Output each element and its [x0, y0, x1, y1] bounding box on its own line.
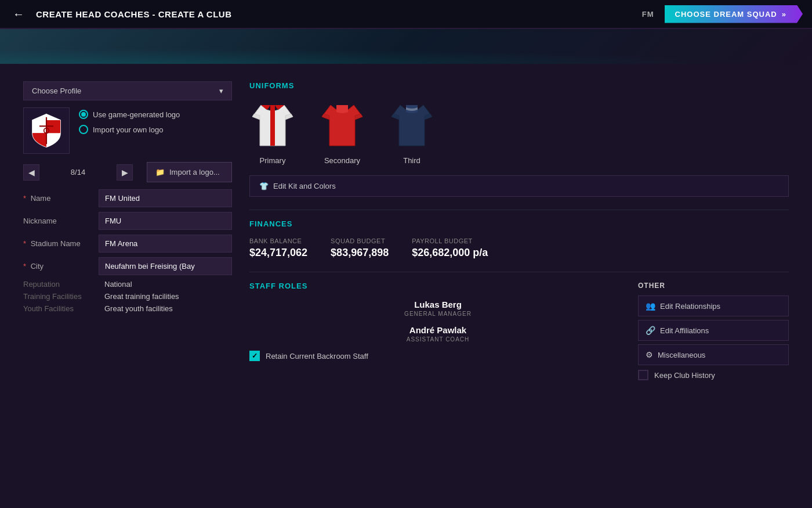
topbar: ← CREATE HEAD COACHES - CREATE A CLUB FM…: [0, 0, 812, 29]
reputation-value: National: [104, 280, 132, 289]
edit-affiliations-label: Edit Affiliations: [660, 326, 709, 335]
miscellaneous-label: Miscellaneous: [658, 351, 705, 359]
city-label: * City: [23, 262, 99, 271]
secondary-jersey-svg: [319, 99, 365, 152]
staff-role-1: GENERAL MANAGER: [249, 311, 626, 317]
game-logo-radio-label: Use game-generated logo: [93, 110, 180, 119]
logo-options: Use game-generated logo Import your own …: [79, 107, 180, 134]
divider-1: [249, 210, 789, 210]
staff-role-2: ASSISTANT COACH: [249, 336, 626, 343]
squad-budget-label: SQUAD BUDGET: [331, 237, 389, 244]
use-game-logo-radio[interactable]: Use game-generated logo: [79, 110, 180, 119]
left-panel: Choose Profile ▾: [23, 81, 232, 491]
bank-balance-value: $24,717,062: [249, 247, 307, 259]
club-logo-svg: [29, 113, 64, 148]
logo-area: Use game-generated logo Import your own …: [23, 107, 232, 154]
staff-roles-title: STAFF ROLES: [249, 282, 626, 290]
finances-title: FINANCES: [249, 219, 789, 228]
choose-profile-label: Choose Profile: [32, 87, 81, 95]
youth-value: Great youth facilities: [104, 304, 173, 313]
miscellaneous-button[interactable]: ⚙ Miscellaneous: [638, 344, 789, 365]
uniform-primary: Primary: [249, 99, 296, 165]
name-label: * Name: [23, 194, 99, 203]
bottom-row: STAFF ROLES Lukas Berg GENERAL MANAGER A…: [249, 282, 789, 380]
choose-profile-dropdown[interactable]: Choose Profile ▾: [23, 81, 232, 100]
main-content: Choose Profile ▾: [0, 64, 812, 508]
staff-section: STAFF ROLES Lukas Berg GENERAL MANAGER A…: [249, 282, 626, 380]
banner: [0, 29, 812, 64]
dream-squad-arrow: »: [782, 10, 786, 19]
choose-dream-squad-button[interactable]: CHOOSE DREAM SQUAD »: [665, 5, 803, 23]
youth-label: Youth Facilities: [23, 304, 104, 313]
third-jersey-svg: [389, 99, 435, 152]
staff-name-1: Lukas Berg: [249, 300, 626, 309]
fm-label: FM: [642, 10, 654, 19]
page-title: CREATE HEAD COACHES - CREATE A CLUB: [36, 9, 642, 19]
finances-grid: BANK BALANCE $24,717,062 SQUAD BUDGET $8…: [249, 237, 789, 259]
edit-relationships-button[interactable]: 👥 Edit Relationships: [638, 296, 789, 316]
retain-row: Retain Current Backroom Staff: [249, 351, 626, 361]
edit-relationships-label: Edit Relationships: [660, 302, 720, 311]
city-input[interactable]: [99, 257, 232, 275]
primary-label: Primary: [260, 156, 286, 165]
training-row: Training Facilities Great training facil…: [23, 292, 232, 301]
affiliations-icon: 🔗: [646, 326, 655, 335]
squad-budget-item: SQUAD BUDGET $83,967,898: [331, 237, 389, 259]
stadium-input[interactable]: [99, 235, 232, 253]
name-input[interactable]: [99, 189, 232, 207]
reputation-label: Reputation: [23, 280, 104, 289]
edit-kit-label: Edit Kit and Colors: [273, 182, 336, 190]
uniforms-row: Primary Secondary: [249, 99, 789, 165]
training-label: Training Facilities: [23, 292, 104, 301]
own-logo-radio-label: Import your own logo: [93, 125, 163, 134]
club-logo-box: [23, 107, 70, 154]
divider-2: [249, 272, 789, 272]
logo-nav-row: ◀ 8/14 ▶ 📁 Import a logo...: [23, 162, 232, 182]
retain-checkbox[interactable]: [249, 351, 260, 361]
uniform-third: Third: [389, 99, 435, 165]
chevron-down-icon: ▾: [219, 87, 223, 95]
bank-balance-item: BANK BALANCE $24,717,062: [249, 237, 307, 259]
dream-squad-label: CHOOSE DREAM SQUAD: [675, 10, 777, 19]
back-button[interactable]: ←: [9, 5, 28, 23]
staff-person-1: Lukas Berg GENERAL MANAGER: [249, 300, 626, 317]
primary-jersey-svg: [249, 99, 296, 152]
keep-history-label: Keep Club History: [654, 371, 715, 380]
keep-history-row: Keep Club History: [638, 370, 789, 380]
third-label: Third: [403, 156, 420, 165]
other-section: OTHER 👥 Edit Relationships 🔗 Edit Affili…: [638, 282, 789, 380]
keep-history-checkbox[interactable]: [638, 370, 648, 380]
nickname-label: Nickname: [23, 217, 99, 225]
other-title: OTHER: [638, 282, 789, 290]
payroll-budget-label: PAYROLL BUDGET: [412, 237, 488, 244]
import-logo-button[interactable]: 📁 Import a logo...: [147, 162, 232, 182]
logo-next-button[interactable]: ▶: [117, 164, 133, 181]
payroll-budget-value: $26,682,000 p/a: [412, 247, 488, 259]
staff-person-2: André Pawlak ASSISTANT COACH: [249, 325, 626, 343]
nickname-field-row: Nickname: [23, 212, 232, 230]
import-logo-label: Import a logo...: [169, 168, 220, 176]
edit-kit-button[interactable]: 👕 Edit Kit and Colors: [249, 175, 789, 197]
name-field-row: * Name: [23, 189, 232, 207]
training-value: Great training facilities: [104, 292, 179, 301]
youth-row: Youth Facilities Great youth facilities: [23, 304, 232, 313]
stadium-field-row: * Stadium Name: [23, 235, 232, 253]
right-panel: UNIFORMS Primary: [249, 81, 789, 491]
logo-prev-button[interactable]: ◀: [23, 164, 39, 181]
city-field-row: * City: [23, 257, 232, 275]
game-logo-radio-dot: [79, 110, 88, 119]
retain-label: Retain Current Backroom Staff: [266, 352, 368, 361]
squad-budget-value: $83,967,898: [331, 247, 389, 259]
nickname-input[interactable]: [99, 212, 232, 230]
secondary-label: Secondary: [324, 156, 360, 165]
stadium-label: * Stadium Name: [23, 239, 99, 248]
misc-icon: ⚙: [646, 350, 653, 359]
uniform-secondary: Secondary: [319, 99, 365, 165]
import-own-logo-radio[interactable]: Import your own logo: [79, 125, 180, 134]
relationships-icon: 👥: [646, 301, 655, 311]
own-logo-radio-dot: [79, 125, 88, 134]
reputation-row: Reputation National: [23, 280, 232, 289]
import-icon: 📁: [155, 168, 165, 176]
edit-affiliations-button[interactable]: 🔗 Edit Affiliations: [638, 320, 789, 341]
bank-balance-label: BANK BALANCE: [249, 237, 307, 244]
